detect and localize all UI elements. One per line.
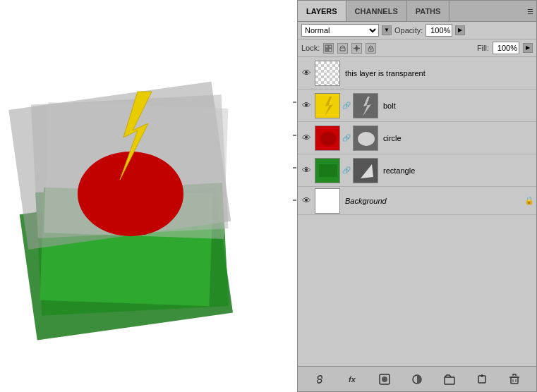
panel-menu-icon[interactable]: ☰ xyxy=(527,7,533,15)
mask-thumb-rectangle xyxy=(353,158,378,183)
tab-channels[interactable]: CHANNELS xyxy=(346,1,407,21)
opacity-label: Opacity: xyxy=(394,26,423,35)
layers-list[interactable]: 👁 this layer is transparent 👁 🔗 xyxy=(298,57,536,366)
link-icon-rectangle: 🔗 xyxy=(342,165,351,176)
tab-paths[interactable]: PATHS xyxy=(407,1,450,21)
layer-name-bolt: bolt xyxy=(380,102,534,110)
fx-btn[interactable]: fx xyxy=(343,372,361,387)
layers-panel: LAYERS CHANNELS PATHS ☰ Normal Dissolve … xyxy=(297,0,537,392)
thumb-background xyxy=(315,188,340,214)
svg-rect-37 xyxy=(319,164,337,177)
svg-rect-44 xyxy=(445,377,454,384)
blend-mode-select[interactable]: Normal Dissolve Multiply Screen Overlay xyxy=(301,24,379,37)
lock-all-btn[interactable] xyxy=(366,43,376,54)
link-icon-circle: 🔗 xyxy=(342,133,351,144)
mask-thumb-circle xyxy=(353,125,378,151)
thumb-circle xyxy=(315,125,340,151)
eye-icon-rectangle[interactable]: 👁 xyxy=(300,164,313,177)
thumb-bolt xyxy=(315,93,340,118)
svg-rect-19 xyxy=(329,49,332,51)
link-layers-btn[interactable] xyxy=(310,372,329,387)
link-icon-bolt: 🔗 xyxy=(342,100,351,111)
blend-dropdown-arrow[interactable]: ▼ xyxy=(382,25,392,35)
group-btn[interactable] xyxy=(440,372,459,387)
tab-bar: LAYERS CHANNELS PATHS ☰ xyxy=(298,1,536,22)
layer-name-background: Background xyxy=(342,197,522,205)
blend-row: Normal Dissolve Multiply Screen Overlay … xyxy=(298,22,536,39)
tab-layers[interactable]: LAYERS xyxy=(298,1,346,21)
eye-icon-bolt[interactable]: 👁 xyxy=(300,99,313,112)
adjustment-btn[interactable] xyxy=(408,372,426,387)
lock-badge-background: 🔒 xyxy=(524,196,534,206)
svg-rect-48 xyxy=(511,377,518,384)
layer-row-transparent[interactable]: 👁 this layer is transparent xyxy=(298,57,536,90)
layer-row-bolt[interactable]: 👁 🔗 bolt xyxy=(298,90,536,122)
thumb-rectangle xyxy=(315,158,340,183)
fill-label: Fill: xyxy=(477,44,489,52)
svg-point-27 xyxy=(370,49,372,50)
lock-image-btn[interactable] xyxy=(337,43,348,54)
svg-rect-18 xyxy=(325,45,328,48)
svg-point-42 xyxy=(382,376,387,382)
layer-row-background[interactable]: 👁 Background 🔒 xyxy=(298,187,536,215)
layer-row-circle[interactable]: 👁 🔗 circle xyxy=(298,122,536,154)
fill-dropdown-arrow[interactable]: ▶ xyxy=(523,43,533,53)
svg-rect-20 xyxy=(325,49,328,51)
lock-transparent-btn[interactable] xyxy=(323,43,334,54)
lock-label: Lock: xyxy=(301,44,320,52)
mask-thumb-bolt xyxy=(353,93,378,118)
svg-point-33 xyxy=(320,132,337,146)
opacity-dropdown-arrow[interactable]: ▶ xyxy=(455,25,465,35)
layer-name-rectangle: rectangle xyxy=(380,166,534,175)
svg-rect-28 xyxy=(315,94,340,118)
layer-row-rectangle[interactable]: 👁 🔗 rectangle xyxy=(298,154,536,187)
delete-layer-btn[interactable] xyxy=(505,372,524,387)
svg-rect-38 xyxy=(354,159,378,183)
svg-rect-21 xyxy=(329,45,332,48)
svg-rect-30 xyxy=(354,94,378,118)
opacity-input[interactable] xyxy=(426,24,452,37)
eye-icon-transparent[interactable]: 👁 xyxy=(300,67,313,80)
lock-row: Lock: xyxy=(298,39,536,57)
illustration xyxy=(0,0,293,392)
thumb-transparent xyxy=(315,61,340,86)
fill-input[interactable] xyxy=(493,42,519,54)
canvas-svg xyxy=(0,0,293,392)
layer-name-transparent: this layer is transparent xyxy=(342,69,534,78)
bottom-toolbar: fx xyxy=(298,366,536,391)
svg-point-16 xyxy=(78,152,183,236)
eye-icon-circle[interactable]: 👁 xyxy=(300,132,313,145)
new-layer-btn[interactable] xyxy=(473,372,491,387)
eye-icon-background[interactable]: 👁 xyxy=(300,195,313,207)
layer-name-circle: circle xyxy=(380,134,534,142)
lock-position-btn[interactable] xyxy=(351,43,362,54)
svg-point-35 xyxy=(358,132,375,146)
mask-btn[interactable] xyxy=(375,372,394,387)
